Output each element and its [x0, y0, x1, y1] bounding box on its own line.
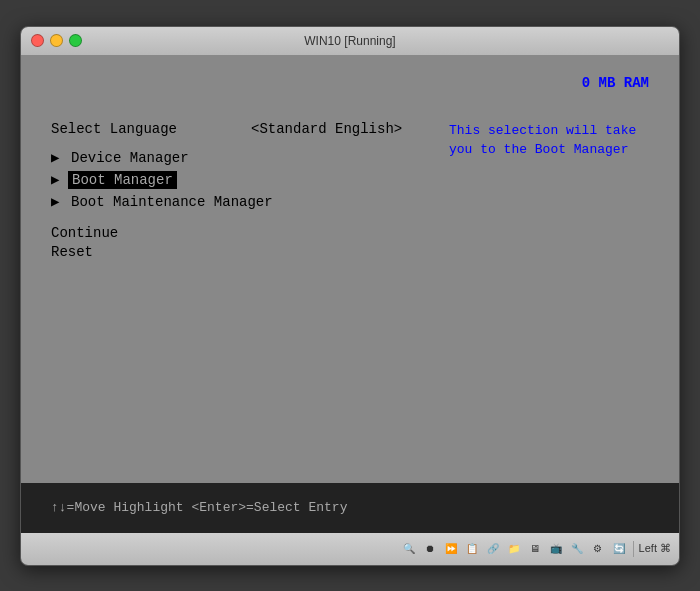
- taskbar: 🔍 ⏺ ⏩ 📋 🔗 📁 🖥 📺 🔧 ⚙ 🔄 Left ⌘: [21, 533, 679, 565]
- minimize-button[interactable]: [50, 34, 63, 47]
- taskbar-icon-2[interactable]: ⏺: [421, 540, 439, 558]
- taskbar-icon-3[interactable]: ⏩: [442, 540, 460, 558]
- taskbar-icon-11[interactable]: 🔄: [610, 540, 628, 558]
- menu-item-device-manager[interactable]: ▶ Device Manager: [51, 149, 439, 167]
- screen-area: 0 MB RAM Select Language <Standard Engli…: [21, 55, 679, 533]
- maximize-button[interactable]: [69, 34, 82, 47]
- select-language-value: <Standard English>: [251, 121, 402, 137]
- taskbar-icon-4[interactable]: 📋: [463, 540, 481, 558]
- uefi-footer: ↑↓=Move Highlight <Enter>=Select Entry: [21, 483, 679, 533]
- taskbar-icon-9[interactable]: 🔧: [568, 540, 586, 558]
- taskbar-icon-6[interactable]: 📁: [505, 540, 523, 558]
- menu-actions: Continue Reset: [51, 225, 439, 260]
- select-language-row: Select Language <Standard English>: [51, 121, 439, 137]
- taskbar-icon-5[interactable]: 🔗: [484, 540, 502, 558]
- arrow-icon: ▶: [51, 193, 67, 210]
- footer-hint: ↑↓=Move Highlight <Enter>=Select Entry: [51, 500, 347, 515]
- ram-info: 0 MB RAM: [51, 75, 649, 91]
- taskbar-icon-8[interactable]: 📺: [547, 540, 565, 558]
- close-button[interactable]: [31, 34, 44, 47]
- taskbar-divider: [633, 541, 634, 557]
- uefi-main: 0 MB RAM Select Language <Standard Engli…: [21, 55, 679, 483]
- uefi-left: Select Language <Standard English> ▶ Dev…: [51, 121, 439, 263]
- arrow-icon: ▶: [51, 149, 67, 166]
- select-language-label: Select Language: [51, 121, 251, 137]
- uefi-content: Select Language <Standard English> ▶ Dev…: [51, 121, 649, 263]
- titlebar: WIN10 [Running]: [21, 27, 679, 55]
- boot-manager-label: Boot Manager: [67, 170, 178, 190]
- taskbar-icon-7[interactable]: 🖥: [526, 540, 544, 558]
- reset-action[interactable]: Reset: [51, 244, 439, 260]
- boot-maintenance-label: Boot Maintenance Manager: [67, 193, 277, 211]
- taskbar-shortcut: Left ⌘: [639, 542, 671, 555]
- arrow-icon: ▶: [51, 171, 67, 188]
- taskbar-icon-1[interactable]: 🔍: [400, 540, 418, 558]
- window-title: WIN10 [Running]: [304, 34, 395, 48]
- menu-item-boot-manager[interactable]: ▶ Boot Manager: [51, 170, 439, 190]
- continue-action[interactable]: Continue: [51, 225, 439, 241]
- window: WIN10 [Running] 0 MB RAM Select Language…: [20, 26, 680, 566]
- taskbar-icon-10[interactable]: ⚙: [589, 540, 607, 558]
- window-controls: [31, 34, 82, 47]
- uefi-description: This selection will take you to the Boot…: [449, 121, 649, 263]
- device-manager-label: Device Manager: [67, 149, 193, 167]
- menu-item-boot-maintenance[interactable]: ▶ Boot Maintenance Manager: [51, 193, 439, 211]
